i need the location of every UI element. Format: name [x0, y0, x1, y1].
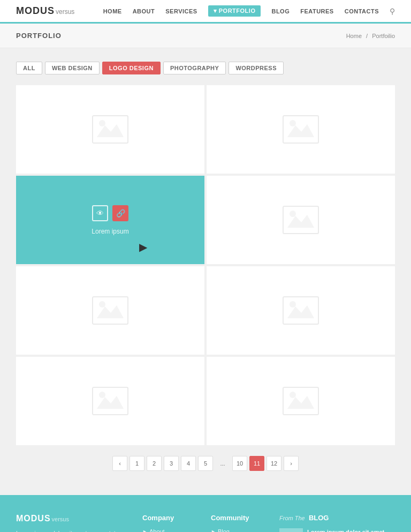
- svg-point-17: [99, 392, 105, 398]
- blog-item-title-1: Lorem ipsum dolor sit amet, consectetur …: [307, 528, 395, 532]
- filter-buttons: ALL WEB DESIGN LOGO DESIGN PHOTOGRAPHY W…: [16, 62, 395, 74]
- svg-marker-4: [287, 124, 314, 137]
- link-icon[interactable]: 🔗: [112, 205, 128, 221]
- pagination-page-1[interactable]: 1: [130, 456, 144, 471]
- svg-marker-10: [97, 305, 124, 318]
- portfolio-item[interactable]: [207, 85, 395, 174]
- svg-point-5: [290, 120, 296, 126]
- portfolio-item[interactable]: [16, 266, 204, 355]
- pagination-page-11[interactable]: 11: [249, 456, 264, 471]
- breadcrumb: Home / Portfoilio: [346, 33, 395, 39]
- breadcrumb-current: Portfoilio: [372, 33, 395, 39]
- filter-logo-design[interactable]: LOGO DESIGN: [102, 62, 161, 74]
- placeholder-image: [89, 114, 132, 146]
- pagination-page-3[interactable]: 3: [164, 456, 179, 471]
- footer-about-col: MODUS versus Lorem ipsum dolor sit amet,…: [16, 514, 132, 532]
- portfolio-item[interactable]: [207, 357, 395, 445]
- portfolio-item[interactable]: [16, 357, 204, 445]
- placeholder-image: [279, 385, 322, 417]
- filter-all[interactable]: ALL: [16, 62, 42, 74]
- placeholder-image: [279, 204, 322, 236]
- pagination-page-2[interactable]: 2: [147, 456, 162, 471]
- nav-portfolio[interactable]: ▾ PORTFOLIO: [208, 5, 261, 17]
- svg-marker-1: [97, 124, 124, 137]
- pagination-page-5[interactable]: 5: [198, 456, 213, 471]
- footer-blog-title: from the BLOG: [279, 514, 395, 522]
- svg-marker-7: [287, 215, 314, 228]
- breadcrumb-home[interactable]: Home: [346, 33, 362, 39]
- filter-wordpress[interactable]: WORDPRESS: [229, 62, 284, 74]
- footer-grid: MODUS versus Lorem ipsum dolor sit amet,…: [16, 514, 395, 532]
- item-label: Lorem ipsum: [92, 228, 128, 235]
- page-title: PORTFOLIO: [16, 32, 62, 40]
- nav-contacts[interactable]: CONTACTS: [345, 8, 379, 14]
- filter-photography[interactable]: PHOTOGRAPHY: [163, 62, 226, 74]
- svg-rect-0: [93, 116, 128, 143]
- portfolio-grid: 👁 🔗 Lorem ipsum ▶: [16, 85, 395, 445]
- svg-marker-16: [97, 396, 124, 409]
- logo-modus: MODUS: [16, 5, 55, 17]
- site-footer: MODUS versus Lorem ipsum dolor sit amet,…: [0, 495, 411, 532]
- placeholder-image: [89, 385, 132, 417]
- portfolio-item[interactable]: [207, 176, 395, 264]
- portfolio-item[interactable]: [16, 85, 204, 174]
- site-header: MODUS versus HOME ABOUT SERVICES ▾ PORTF…: [0, 0, 411, 24]
- footer-company-col: Company ►About ►FAQ ►Contact ►Terms ►Pri…: [142, 514, 200, 532]
- pagination-page-4[interactable]: 4: [181, 456, 196, 471]
- site-logo[interactable]: MODUS versus: [16, 5, 74, 17]
- footer-community-col: Community ►Blog ►Forum ►Support ►Newslet…: [211, 514, 269, 532]
- overlay-icons: 👁 🔗: [92, 205, 128, 221]
- svg-rect-6: [283, 206, 318, 234]
- svg-point-2: [99, 120, 105, 126]
- main-content: ALL WEB DESIGN LOGO DESIGN PHOTOGRAPHY W…: [0, 48, 411, 495]
- pagination: ‹ 1 2 3 4 5 ... 10 11 12 ›: [16, 445, 395, 482]
- footer-description: Lorem ipsum dolor sit amet, consectetur …: [16, 529, 132, 532]
- svg-point-20: [290, 392, 296, 398]
- placeholder-image: [279, 295, 322, 327]
- logo-versus: versus: [56, 8, 74, 16]
- svg-rect-15: [93, 387, 128, 415]
- pagination-prev[interactable]: ‹: [112, 456, 127, 471]
- footer-logo: MODUS versus: [16, 514, 132, 523]
- blog-text-1: Lorem ipsum dolor sit amet, consectetur …: [307, 528, 395, 532]
- view-icon[interactable]: 👁: [92, 205, 108, 221]
- svg-rect-12: [283, 297, 318, 324]
- nav-features[interactable]: FEATURES: [300, 8, 333, 14]
- svg-marker-13: [287, 305, 314, 318]
- footer-logo-versus: versus: [52, 516, 69, 522]
- search-icon[interactable]: ⚲: [390, 7, 395, 16]
- blog-item-1[interactable]: Lorem ipsum dolor sit amet, consectetur …: [279, 528, 395, 532]
- main-nav: HOME ABOUT SERVICES ▾ PORTFOLIO BLOG FEA…: [103, 5, 395, 17]
- footer-company-title: Company: [142, 514, 200, 522]
- portfolio-item-highlighted[interactable]: 👁 🔗 Lorem ipsum ▶: [16, 176, 204, 264]
- breadcrumb-separator: /: [366, 33, 368, 39]
- placeholder-image: [279, 114, 322, 146]
- footer-community-title: Community: [211, 514, 269, 522]
- svg-rect-18: [283, 387, 318, 415]
- portfolio-item[interactable]: [207, 266, 395, 355]
- pagination-page-10[interactable]: 10: [232, 456, 247, 471]
- placeholder-image: [89, 295, 132, 327]
- nav-blog[interactable]: BLOG: [271, 8, 290, 14]
- blog-thumbnail-1: [279, 528, 303, 532]
- pagination-dots: ...: [215, 456, 230, 471]
- nav-about[interactable]: ABOUT: [133, 8, 155, 14]
- svg-point-8: [290, 211, 296, 217]
- svg-rect-3: [283, 116, 318, 143]
- footer-link-about[interactable]: ►About: [142, 528, 200, 532]
- footer-blog-col: from the BLOG Lorem ipsum dolor sit amet…: [279, 514, 395, 532]
- nav-home[interactable]: HOME: [103, 8, 122, 14]
- svg-marker-19: [287, 396, 314, 409]
- pagination-page-12[interactable]: 12: [267, 456, 281, 471]
- svg-point-11: [99, 301, 105, 308]
- breadcrumb-bar: PORTFOLIO Home / Portfoilio: [0, 24, 411, 48]
- footer-link-blog[interactable]: ►Blog: [211, 528, 269, 532]
- footer-logo-modus: MODUS: [16, 514, 51, 523]
- filter-web-design[interactable]: WEB DESIGN: [45, 62, 100, 74]
- svg-point-14: [290, 301, 296, 308]
- svg-rect-9: [93, 297, 128, 324]
- nav-services[interactable]: SERVICES: [165, 8, 197, 14]
- pagination-next[interactable]: ›: [284, 456, 299, 471]
